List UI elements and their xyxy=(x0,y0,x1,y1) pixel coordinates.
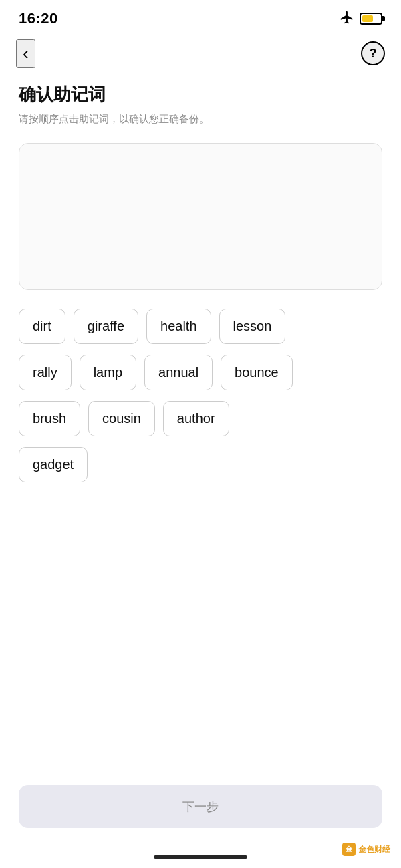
battery-icon xyxy=(360,13,382,25)
selection-box xyxy=(19,143,382,290)
word-chip-bounce[interactable]: bounce xyxy=(221,355,293,390)
main-content: 确认助记词 请按顺序点击助记词，以确认您正确备份。 xyxy=(0,72,401,290)
watermark-icon: 金 xyxy=(342,843,356,856)
word-chip-dirt[interactable]: dirt xyxy=(19,309,65,344)
status-bar: 16:20 xyxy=(0,0,401,35)
word-chip-cousin[interactable]: cousin xyxy=(88,401,155,436)
help-button[interactable]: ? xyxy=(361,41,385,65)
airplane-icon xyxy=(340,10,354,27)
page-title: 确认助记词 xyxy=(19,83,382,106)
home-indicator xyxy=(154,855,247,859)
word-chip-brush[interactable]: brush xyxy=(19,401,80,436)
words-area: dirt giraffe health lesson rally lamp an… xyxy=(0,309,401,482)
bottom-area: 下一步 xyxy=(19,785,382,828)
next-button[interactable]: 下一步 xyxy=(19,785,382,828)
words-row-1: dirt giraffe health lesson xyxy=(19,309,382,344)
word-chip-lesson[interactable]: lesson xyxy=(219,309,286,344)
watermark: 金 金色财经 xyxy=(342,843,390,856)
word-chip-annual[interactable]: annual xyxy=(144,355,213,390)
words-row-4: gadget xyxy=(19,447,382,482)
word-chip-health[interactable]: health xyxy=(146,309,211,344)
word-chip-lamp[interactable]: lamp xyxy=(80,355,136,390)
word-chip-giraffe[interactable]: giraffe xyxy=(74,309,138,344)
nav-bar: ‹ ? xyxy=(0,35,401,72)
status-time: 16:20 xyxy=(19,10,58,27)
status-icons xyxy=(340,10,382,27)
word-chip-gadget[interactable]: gadget xyxy=(19,447,88,482)
word-chip-rally[interactable]: rally xyxy=(19,355,72,390)
words-row-2: rally lamp annual bounce xyxy=(19,355,382,390)
back-button[interactable]: ‹ xyxy=(16,39,35,68)
watermark-text: 金色财经 xyxy=(358,844,390,855)
page-subtitle: 请按顺序点击助记词，以确认您正确备份。 xyxy=(19,112,382,127)
words-row-3: brush cousin author xyxy=(19,401,382,436)
word-chip-author[interactable]: author xyxy=(163,401,229,436)
